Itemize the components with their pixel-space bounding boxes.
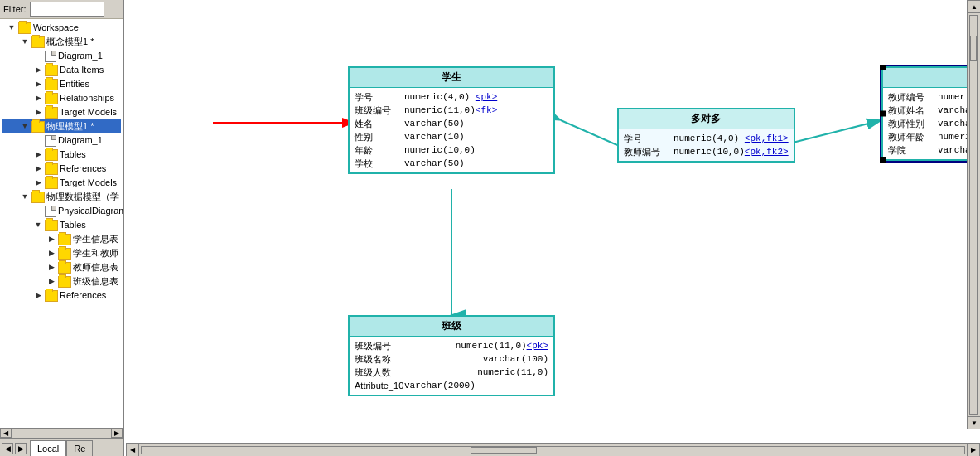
expand-physical1-icon: ▼ [18, 120, 31, 133]
conceptual-label: 概念模型1 * [46, 35, 94, 49]
student-table-body: 学号 numeric(4,0) <pk> 班级编号 numeric(11,0) … [350, 88, 553, 172]
references1-label: References [60, 162, 106, 176]
bottom-tabs: ◀ ▶ Local Re [0, 438, 123, 456]
tree-target-models1[interactable]: ▶ Target Models [2, 105, 121, 119]
svg-line-3 [561, 120, 617, 145]
tree-data-items[interactable]: ▶ Data Items [2, 63, 121, 77]
tree-teacher-table[interactable]: ▶ 教师信息表 [2, 260, 121, 274]
teacher-table-body: 教师编号 numeric(10,0) <pk> 教师姓名 varchar(50)… [883, 88, 980, 159]
tree-tables2[interactable]: ▼ Tables [2, 218, 121, 232]
table-row: 学号 numeric(4,0) <pk> [355, 90, 548, 104]
col-name: 教师编号 [624, 145, 673, 158]
tab-re[interactable]: Re [66, 440, 93, 457]
tables2-folder-icon [45, 220, 58, 231]
target-models1-label: Target Models [60, 105, 117, 119]
student-teacher-folder-icon [58, 248, 71, 260]
tree-scroll-right[interactable]: ▶ [111, 429, 123, 438]
canvas-container: 学生 学号 numeric(4,0) <pk> 班级编号 numeric(11,… [124, 0, 980, 456]
h-scroll-track[interactable] [141, 446, 965, 454]
class-table-header: 班级 [350, 317, 553, 337]
class-table-body: 班级编号 numeric(11,0) <pk> 班级名称 varchar(100… [350, 337, 553, 395]
teacher-table[interactable]: 老师 教师编号 numeric(10,0) <pk> 教师姓名 varchar(… [881, 66, 980, 161]
tab-local[interactable]: Local [30, 440, 66, 457]
teacher-table-header: 老师 [883, 68, 980, 88]
col-name: 教师编号 [888, 90, 938, 104]
table-row: 班级人数 numeric(11,0) [355, 366, 548, 379]
tree-tables1[interactable]: ▶ Tables [2, 148, 121, 162]
expand-data-items-icon: ▶ [31, 64, 45, 77]
h-scroll-left[interactable]: ◀ [126, 444, 139, 457]
v-scroll-track[interactable] [969, 15, 978, 415]
col-type: varchar(10) [404, 130, 465, 143]
table-row: 教师编号 numeric(10,0) <pk,fk2> [624, 145, 789, 158]
expand-phys-diagram-icon [31, 205, 45, 218]
expand-class-table-icon: ▶ [45, 275, 58, 289]
physical-data-folder-icon [31, 192, 45, 203]
physical1-label: 物理模型1 * [46, 119, 94, 133]
col-name: Attribute_10 [355, 379, 404, 392]
col-type: numeric(10,0) [673, 145, 745, 158]
class-table[interactable]: 班级 班级编号 numeric(11,0) <pk> 班级名称 varchar(… [348, 315, 555, 396]
col-name: 性别 [355, 130, 404, 143]
expand-references1-icon: ▶ [31, 163, 45, 176]
v-scroll-up[interactable]: ▲ [968, 0, 980, 13]
tree-references2[interactable]: ▶ References [2, 289, 121, 303]
tree-student-table[interactable]: ▶ 学生信息表 [2, 232, 121, 246]
col-key: <fk> [476, 104, 497, 117]
filter-bar: Filter: [0, 0, 123, 19]
col-name: 姓名 [355, 117, 404, 130]
class-table-folder-icon [58, 276, 71, 288]
col-name: 班级人数 [355, 366, 404, 379]
v-scroll-down[interactable]: ▼ [968, 416, 980, 429]
tree-entities[interactable]: ▶ Entities [2, 77, 121, 91]
table-row: 年龄 numeric(10,0) [355, 143, 548, 157]
tab-nav-prev[interactable]: ◀ [2, 443, 13, 454]
tree-references1[interactable]: ▶ References [2, 162, 121, 176]
references2-folder-icon [45, 290, 58, 302]
tab-nav-next[interactable]: ▶ [15, 443, 27, 454]
student-table[interactable]: 学生 学号 numeric(4,0) <pk> 班级编号 numeric(11,… [348, 66, 555, 174]
canvas-inner[interactable]: 学生 学号 numeric(4,0) <pk> 班级编号 numeric(11,… [126, 0, 954, 406]
col-type: numeric(11,0) [477, 366, 548, 379]
tree-target-models2[interactable]: ▶ Target Models [2, 176, 121, 190]
tree-relationships[interactable]: ▶ Relationships [2, 91, 121, 105]
col-key: <pk,fk2> [745, 145, 789, 158]
expand-workspace-icon: ▼ [5, 22, 18, 35]
col-type: varchar(50) [404, 117, 465, 130]
h-scroll-right[interactable]: ▶ [967, 444, 980, 457]
junction-table[interactable]: 多对多 学号 numeric(4,0) <pk,fk1> 教师编号 numeri… [617, 108, 795, 163]
tree-class-table[interactable]: ▶ 班级信息表 [2, 274, 121, 289]
col-type: numeric(10,0) [404, 143, 476, 157]
tree-phys-diagram[interactable]: PhysicalDiagram [2, 204, 121, 218]
expand-conceptual-icon: ▼ [18, 36, 31, 49]
student-teacher-label: 学生和教师 [73, 246, 118, 260]
v-scrollbar: ▲ ▼ [967, 0, 980, 429]
col-name: 教师年龄 [888, 130, 938, 143]
h-scroll-thumb[interactable] [471, 447, 537, 454]
workspace-label: Workspace [33, 21, 79, 35]
tree-student-teacher-table[interactable]: ▶ 学生和教师 [2, 246, 121, 260]
tree-workspace[interactable]: ▼ Workspace [2, 21, 121, 35]
h-scrollbar: ◀ ▶ [126, 443, 980, 456]
class-table-label: 班级信息表 [73, 274, 118, 289]
relationships-folder-icon [45, 93, 58, 104]
expand-target-models1-icon: ▶ [31, 106, 45, 119]
filter-input[interactable] [30, 2, 104, 17]
expand-student-teacher-icon: ▶ [45, 247, 58, 260]
tree-diagram1b[interactable]: Diagram_1 [2, 133, 121, 148]
expand-references2-icon: ▶ [31, 289, 45, 303]
tree-physical1[interactable]: ▼ 物理模型1 * [2, 119, 121, 133]
table-row: 班级编号 numeric(11,0) <pk> [355, 339, 548, 352]
tree-physical-data[interactable]: ▼ 物理数据模型（学： [2, 190, 121, 204]
col-key: <pk,fk1> [745, 132, 789, 145]
tree-diagram1[interactable]: Diagram_1 [2, 49, 121, 63]
v-scroll-thumb[interactable] [970, 36, 977, 61]
tree-conceptual[interactable]: ▼ 概念模型1 * [2, 35, 121, 49]
col-type: numeric(11,0) [404, 104, 476, 117]
references2-label: References [60, 289, 106, 303]
tree-scroll-left[interactable]: ◀ [0, 429, 12, 438]
col-name: 学院 [888, 143, 938, 157]
svg-line-4 [783, 120, 881, 145]
target-models2-folder-icon [45, 177, 58, 189]
expand-teacher-table-icon: ▶ [45, 261, 58, 274]
